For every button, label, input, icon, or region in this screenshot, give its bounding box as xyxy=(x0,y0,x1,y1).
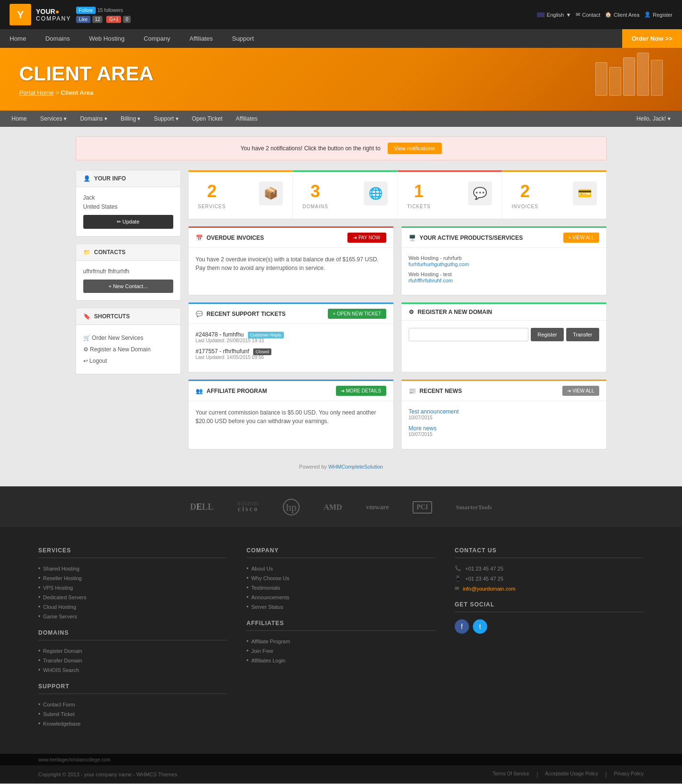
list-item: Reseller Hosting xyxy=(38,575,227,582)
footer-transfer-domain-link[interactable]: Transfer Domain xyxy=(43,658,82,663)
facebook-social[interactable]: Like 12 xyxy=(76,16,102,23)
nav-home[interactable]: Home xyxy=(0,29,36,48)
shortcut-order[interactable]: 🛒 Order New Services xyxy=(83,332,173,344)
client-nav: Home Services ▾ Domains ▾ Billing ▾ Supp… xyxy=(0,111,682,127)
twitter-count: 15 followers xyxy=(98,8,123,13)
footer-register-domain-link[interactable]: Register Domain xyxy=(43,648,82,654)
user-icon: 👤 xyxy=(83,175,90,182)
domain-search-input[interactable] xyxy=(409,328,528,341)
footer-why-choose-link[interactable]: Why Choose Us xyxy=(251,575,289,581)
contact-phone-1: 📞 +01 23 45 47 25 xyxy=(455,565,644,571)
shortcut-logout[interactable]: ↩ Logout xyxy=(83,355,173,367)
footer-cloud-hosting-link[interactable]: Cloud Hosting xyxy=(43,604,76,610)
footer-server-status-link[interactable]: Server Status xyxy=(251,604,283,610)
facebook-icon[interactable]: f xyxy=(455,619,469,634)
shortcuts-content: 🛒 Order New Services ⚙ Register a New Do… xyxy=(76,325,180,374)
footer-vps-hosting-link[interactable]: VPS Hosting xyxy=(43,585,73,591)
twitter-follow-btn[interactable]: Follow xyxy=(76,7,96,14)
footer-affiliate-program-link[interactable]: Affiliate Program xyxy=(251,638,290,644)
privacy-link[interactable]: Privacy Policy xyxy=(614,771,644,778)
client-nav-domains[interactable]: Domains ▾ xyxy=(73,111,114,127)
footer-company-list: About Us Why Choose Us Testimonials Anno… xyxy=(246,565,436,610)
open-ticket-button[interactable]: + OPEN NEW TICKET xyxy=(328,309,386,319)
language-link[interactable]: English ▼ xyxy=(537,12,571,18)
overdue-text: You have 2 overdue invoice(s) with a tot… xyxy=(196,255,386,272)
footer-contact-form-link[interactable]: Contact Form xyxy=(43,702,75,707)
update-button[interactable]: ✏ Update xyxy=(83,215,173,229)
client-nav-affiliates[interactable]: Affiliates xyxy=(229,111,264,127)
view-all-news-button[interactable]: ➔ VIEW ALL xyxy=(562,386,599,396)
footer-affiliates-list: Affiliate Program Join Free Affiliates L… xyxy=(246,638,436,664)
footer-whois-link[interactable]: WHOIS Search xyxy=(43,667,79,673)
footer-game-servers-link[interactable]: Game Servers xyxy=(43,614,77,619)
pay-now-button[interactable]: ➔ PAY NOW xyxy=(347,233,386,243)
server-icon: 🖥️ xyxy=(409,235,416,241)
client-nav-services[interactable]: Services ▾ xyxy=(34,111,73,127)
client-nav-support[interactable]: Support ▾ xyxy=(147,111,185,127)
brand-pci: PCI xyxy=(413,501,432,514)
whmcs-link[interactable]: WHMCompleteSolution xyxy=(328,464,383,470)
domain-transfer-button[interactable]: Transfer xyxy=(566,328,599,341)
footer-join-free-link[interactable]: Join Free xyxy=(251,648,273,654)
client-nav-open-ticket[interactable]: Open Ticket xyxy=(185,111,229,127)
gplus-social[interactable]: G+1 0 xyxy=(106,16,131,23)
flag-icon xyxy=(537,12,545,17)
order-services-link[interactable]: 🛒 Order New Services xyxy=(83,335,144,341)
footer-affiliates-login-link[interactable]: Affiliates Login xyxy=(251,658,285,663)
logout-link[interactable]: ↩ Logout xyxy=(83,358,107,364)
terms-link[interactable]: Terms Of Service xyxy=(492,771,529,778)
client-nav-hello: Hello, Jack! ▾ xyxy=(630,111,677,127)
client-nav-billing[interactable]: Billing ▾ xyxy=(114,111,147,127)
services-icon: 📦 xyxy=(259,181,283,205)
stats-row: 2 SERVICES 📦 3 DOMAINS 🌐 xyxy=(188,170,607,219)
active-products-box: 🖥️ YOUR ACTIVE PRODUCTS/SERVICES + VIEW … xyxy=(401,226,607,295)
twitter-icon[interactable]: t xyxy=(473,619,487,634)
news-link-1[interactable]: Test announcement xyxy=(409,408,459,415)
domain-register-button[interactable]: Register xyxy=(531,328,564,341)
nav-support[interactable]: Support xyxy=(223,29,264,48)
top-bar: Y YOUR● COMPANY Follow 15 followers Like… xyxy=(0,0,682,29)
view-all-products-button[interactable]: + VIEW ALL xyxy=(563,233,599,243)
fb-like-btn[interactable]: Like xyxy=(76,16,90,23)
breadcrumb-home-link[interactable]: Portal Home xyxy=(19,89,54,96)
footer-knowledgebase-link[interactable]: Knowledgebase xyxy=(43,721,80,727)
list-item: Transfer Domain xyxy=(38,657,227,664)
view-notifications-button[interactable]: View notifications xyxy=(388,143,442,154)
footer-shared-hosting-link[interactable]: Shared Hosting xyxy=(43,566,79,571)
footer-dedicated-servers-link[interactable]: Dedicated Servers xyxy=(43,594,87,600)
product-link-2[interactable]: rfuhffhrfuhruhf.com xyxy=(409,278,453,283)
footer-announcements-link[interactable]: Announcements xyxy=(251,594,290,600)
footer-affiliates-title: AFFILIATES xyxy=(246,620,436,631)
shortcut-domain[interactable]: ⚙ Register a New Domain xyxy=(83,344,173,355)
nav-affiliates[interactable]: Affiliates xyxy=(180,29,223,48)
brand-vmware: vmware xyxy=(366,504,389,511)
ticket-title-2: #177557 - rfhrfhufunf Closed xyxy=(196,348,386,355)
footer-about-link[interactable]: About Us xyxy=(251,566,273,571)
nav-domains[interactable]: Domains xyxy=(36,29,79,48)
footer-reseller-hosting-link[interactable]: Reseller Hosting xyxy=(43,575,82,581)
affiliate-more-details-button[interactable]: ➔ MORE DETAILS xyxy=(336,386,386,396)
news-link-2[interactable]: More news xyxy=(409,425,437,432)
footer-submit-ticket-link[interactable]: Submit Ticket xyxy=(43,711,75,717)
contact-link[interactable]: ✉ Contact xyxy=(576,11,600,18)
twitter-social[interactable]: Follow 15 followers xyxy=(76,7,131,14)
product-link-1[interactable]: furhfurhurhguthguthg.com xyxy=(409,261,470,267)
gplus-btn[interactable]: G+1 xyxy=(106,16,121,23)
contact-email: ✉ info@yourdomain.com xyxy=(455,585,644,592)
register-link[interactable]: 👤 Register xyxy=(644,11,672,18)
contact-email-link[interactable]: info@yourdomain.com xyxy=(463,586,515,592)
acceptable-use-link[interactable]: Acceptable Usage Policy xyxy=(545,771,598,778)
list-item: VPS Hosting xyxy=(38,584,227,591)
client-area-link[interactable]: 🏠 Client Area xyxy=(605,11,639,18)
nav-company[interactable]: Company xyxy=(134,29,180,48)
new-contact-button[interactable]: + New Contact... xyxy=(83,280,173,293)
breadcrumb: Portal Home > Client Area xyxy=(19,89,663,96)
footer-testimonials-link[interactable]: Testimonials xyxy=(251,585,280,591)
nav-web-hosting[interactable]: Web Hosting xyxy=(79,29,134,48)
support-tickets-box: 💬 RECENT SUPPORT TICKETS + OPEN NEW TICK… xyxy=(188,302,394,372)
client-nav-home[interactable]: Home xyxy=(5,111,34,127)
register-domain-link[interactable]: ⚙ Register a New Domain xyxy=(83,346,151,353)
footer-contact-col: CONTACT US 📞 +01 23 45 47 25 📱 +01 23 45… xyxy=(455,547,644,730)
list-item: Game Servers xyxy=(38,613,227,620)
nav-order-now[interactable]: Order Now >> xyxy=(622,29,682,48)
